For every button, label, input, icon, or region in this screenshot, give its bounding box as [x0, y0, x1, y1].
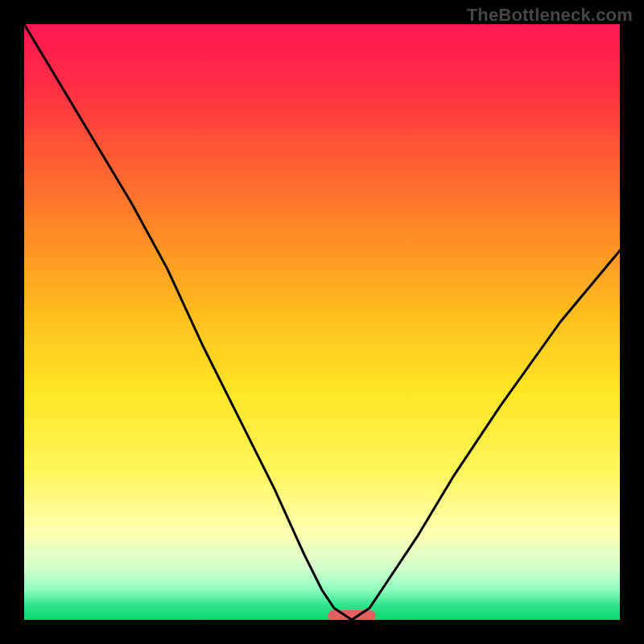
chart-frame: TheBottleneck.com [0, 0, 644, 644]
gradient-background [24, 24, 620, 620]
watermark-text: TheBottleneck.com [467, 5, 633, 26]
plot-area [24, 24, 620, 620]
bottleneck-chart [24, 24, 620, 620]
